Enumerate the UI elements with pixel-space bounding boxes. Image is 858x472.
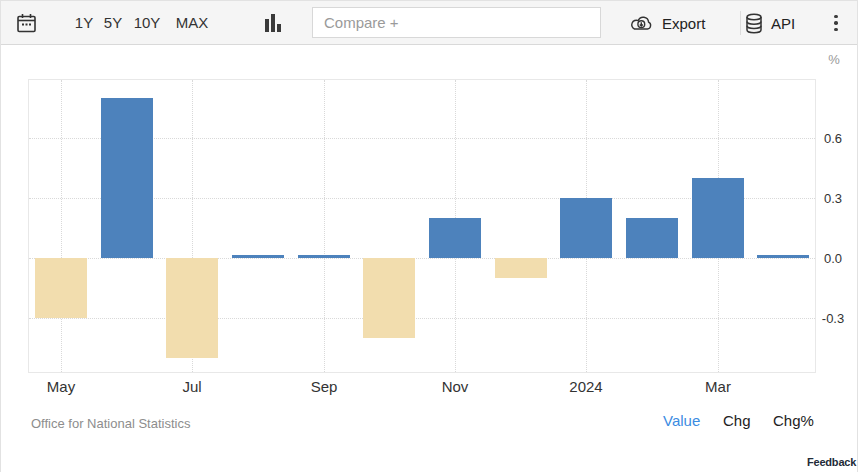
export-button[interactable]: Export [629,1,705,45]
y-gridline [29,258,815,259]
bar-Aug[interactable] [232,255,284,258]
export-label: Export [662,15,705,32]
x-tick-label: Jul [182,378,201,395]
cloud-download-icon [629,14,654,32]
range-button-10y[interactable]: 10Y [129,1,165,45]
api-label: API [771,15,795,32]
database-icon [745,13,763,34]
y-tick-label: -0.3 [822,311,844,326]
calendar-button[interactable] [13,1,39,45]
bar-Jun[interactable] [101,98,153,258]
bar-Nov[interactable] [429,218,481,258]
bar-Apr[interactable] [757,255,809,258]
mode-link-value[interactable]: Value [663,412,700,429]
range-button-5y[interactable]: 5Y [100,1,126,45]
bar-Oct[interactable] [363,258,415,338]
mode-link-chg-percent[interactable]: Chg% [773,412,814,429]
chart-region: % MayJulSepNov2024Mar0.60.30.0-0.3 Offic… [1,45,858,472]
chart-widget: 1Y 5Y 10Y MAX Export [0,0,858,472]
kebab-menu-icon [834,15,838,32]
y-tick-label: 0.3 [824,191,842,206]
bar-May[interactable] [35,258,87,318]
source-attribution: Office for National Statistics [31,416,190,431]
x-tick-label: Sep [311,378,338,395]
api-button[interactable]: API [745,1,795,45]
bar-Feb[interactable] [626,218,678,258]
feedback-button[interactable]: Feedback [807,456,856,468]
more-options-button[interactable] [825,1,847,45]
bar-chart-icon [265,14,281,32]
bar-Mar[interactable] [692,178,744,258]
range-button-max[interactable]: MAX [169,1,215,45]
calendar-icon [16,13,37,34]
x-tick-label: Mar [705,378,731,395]
y-gridline [29,318,815,319]
mode-link-chg[interactable]: Chg [723,412,751,429]
toolbar: 1Y 5Y 10Y MAX Export [1,1,857,45]
chart-type-button[interactable] [262,1,284,45]
compare-input[interactable] [312,7,601,38]
x-gridline [324,80,325,372]
x-tick-label: May [47,378,75,395]
bar-Sep[interactable] [298,255,350,258]
x-gridline [61,80,62,372]
x-tick-label: Nov [442,378,469,395]
toolbar-divider [740,11,741,35]
range-button-1y[interactable]: 1Y [71,1,97,45]
y-tick-label: 0.0 [824,251,842,266]
y-tick-label: 0.6 [824,131,842,146]
bar-Dec[interactable] [495,258,547,278]
y-axis-unit: % [828,52,840,67]
bar-Jul[interactable] [166,258,218,358]
bar-2024[interactable] [560,198,612,258]
x-tick-label: 2024 [569,378,602,395]
